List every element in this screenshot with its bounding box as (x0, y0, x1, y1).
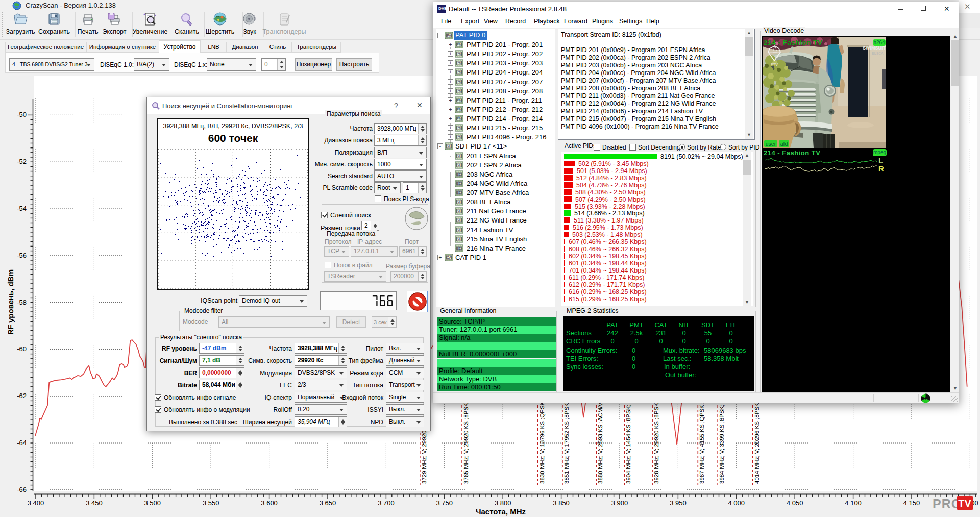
svg-text:h264: h264 (873, 40, 885, 45)
svg-text:-66: -66 (17, 486, 27, 494)
svg-text:SD: SD (447, 144, 451, 148)
svg-text:3765 MHz; V; 29920 KS ;8PSK; 3: 3765 MHz; V; 29920 KS ;8PSK; 3/4; (463, 390, 469, 484)
svg-text:PM: PM (457, 70, 462, 74)
svg-text:-54: -54 (17, 205, 27, 212)
svg-text:4 000: 4 000 (728, 499, 745, 507)
svg-text:-56: -56 (17, 252, 27, 259)
svg-text:SD: SD (457, 237, 461, 241)
svg-text:3 750: 3 750 (436, 499, 453, 507)
svg-text:4 150: 4 150 (903, 499, 920, 507)
svg-text:BUSCA: BUSCA (872, 52, 884, 55)
svg-text:3 450: 3 450 (86, 499, 103, 507)
svg-text:3 650: 3 650 (320, 499, 336, 507)
svg-text:3 950: 3 950 (670, 499, 687, 507)
svg-text:SD: SD (457, 182, 461, 185)
svg-text:SD: SD (457, 191, 461, 194)
svg-text:-64: -64 (17, 439, 27, 447)
svg-text:214 - Fashion TV: 214 - Fashion TV (764, 39, 822, 46)
svg-text:3 900: 3 900 (611, 499, 628, 507)
svg-text:3967 MHz; V; 4155:KS ;QPSK; 1/: 3967 MHz; V; 4155:KS ;QPSK; 1/2; (699, 392, 705, 484)
svg-text:3880 MHz; V; 2593:KS ;ACM/VCM: 3880 MHz; V; 2593:KS ;ACM/VCM ; (597, 390, 603, 484)
svg-text:SD: SD (457, 163, 461, 167)
svg-text:PM: PM (457, 135, 462, 139)
svg-text:3 400: 3 400 (28, 499, 44, 507)
svg-text:3984 MHz; V; 3399:KS ;8PSK; 2/: 3984 MHz; V; 3399:KS ;8PSK; 2/3; (719, 393, 725, 484)
svg-text:3 500: 3 500 (144, 499, 161, 507)
svg-text:SD: SD (457, 200, 461, 204)
svg-text:PM: PM (457, 126, 462, 130)
svg-text:afd: afd (780, 141, 788, 147)
svg-text:PM: PM (457, 117, 462, 120)
svg-text:RF уровень, dBm: RF уровень, dBm (6, 269, 15, 335)
svg-text:PM: PM (457, 89, 462, 93)
svg-text:4 100: 4 100 (845, 499, 862, 507)
svg-text:FTV: FTV (771, 62, 778, 67)
svg-text:4 050: 4 050 (787, 499, 803, 507)
svg-text:PM: PM (457, 61, 462, 65)
svg-text:3 550: 3 550 (203, 499, 219, 507)
svg-text:-58: -58 (17, 299, 27, 306)
svg-text:SD: SD (457, 154, 461, 158)
svg-text:3 700: 3 700 (378, 499, 395, 507)
svg-text:3 850: 3 850 (553, 499, 570, 507)
svg-text:PM: PM (457, 43, 462, 46)
svg-text:4014 MHz; V; 20296 KS ;8PSK; 7: 4014 MHz; V; 20296 KS ;8PSK; 7/8; (754, 390, 760, 484)
svg-text:3 600: 3 600 (261, 499, 278, 507)
svg-text:SD: SD (457, 247, 461, 250)
svg-text:PM: PM (457, 80, 462, 84)
svg-text:-62: -62 (17, 392, 27, 400)
svg-text:SD: SD (457, 228, 461, 232)
svg-text:PM: PM (457, 99, 462, 102)
svg-text:CA: CA (447, 256, 452, 259)
svg-text:3851 MHz; V; 17952 KS ;8PSK; 3: 3851 MHz; V; 17952 KS ;8PSK; 3/4; (564, 390, 570, 484)
svg-text:PM: PM (457, 108, 462, 111)
svg-text:3 800: 3 800 (495, 499, 511, 507)
svg-text:3904 MHz; V; 1454:KS ;8PSK; 3/: 3904 MHz; V; 1454:KS ;8PSK; 3/4; (625, 393, 631, 484)
svg-text:user: user (766, 141, 776, 147)
svg-text:SD: SD (457, 209, 461, 213)
svg-text:Частота, MHz: Частота, MHz (476, 507, 526, 516)
svg-text:SD: SD (457, 218, 461, 222)
svg-text:TV: TV (958, 498, 971, 509)
svg-text:SWIMSUITS: SWIMSUITS (863, 45, 886, 51)
svg-text:-50: -50 (17, 111, 27, 118)
svg-text:3928 MHz; V; 29920 KS ;8PSK; 2: 3928 MHz; V; 29920 KS ;8PSK; 2/3; (653, 390, 659, 484)
svg-text:PM: PM (457, 52, 462, 56)
svg-text:PA: PA (447, 34, 451, 37)
svg-text:-52: -52 (17, 158, 27, 165)
svg-text:SD: SD (457, 173, 461, 176)
svg-text:-60: -60 (17, 345, 27, 353)
